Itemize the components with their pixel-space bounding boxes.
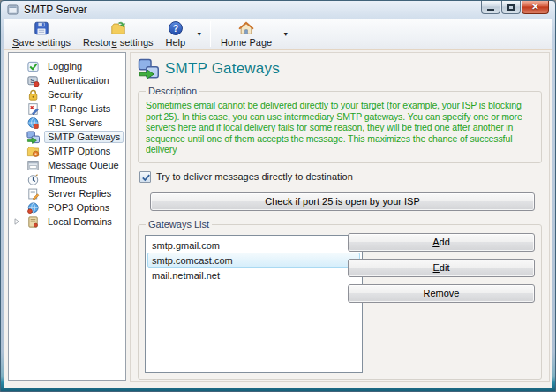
sidebar-item-label: RBL Servers	[44, 117, 106, 129]
sidebar-item-smtp-options[interactable]: SMTP Options	[9, 144, 125, 158]
sidebar-item-label: Logging	[44, 60, 86, 72]
restore-settings-label: Restore settings	[83, 37, 154, 48]
description-label: Description	[146, 86, 199, 96]
sidebar-item-label: Server Replies	[44, 187, 115, 200]
remove-button[interactable]: Remove	[348, 284, 535, 303]
description-text: Sometimes email cannot be delivered dire…	[146, 100, 534, 155]
home-icon	[237, 20, 255, 36]
app-icon	[7, 4, 19, 16]
save-icon	[33, 20, 50, 36]
sidebar-item-local-domains[interactable]: Local Domains	[9, 215, 125, 229]
gateway-list-item[interactable]: mail.netmail.net	[147, 268, 360, 283]
checkmark-icon	[141, 173, 151, 183]
minimize-button[interactable]	[481, 1, 500, 14]
sidebar-item-authentication[interactable]: S Authentication	[9, 73, 125, 87]
sidebar-item-message-queue[interactable]: Message Queue	[9, 158, 125, 172]
window-title: SMTP Server	[24, 4, 87, 16]
deliver-directly-label: Try to deliver messages directly to dest…	[156, 171, 353, 182]
sidebar-item-label: Local Domains	[44, 215, 116, 228]
home-page-label: Home Page	[221, 37, 272, 48]
gateway-list-item-selected[interactable]: smtp.comcast.com	[147, 253, 360, 268]
sidebar-item-rbl-servers[interactable]: RBL Servers	[9, 116, 125, 130]
authentication-icon: S	[26, 74, 40, 87]
maximize-button[interactable]	[501, 1, 521, 14]
gateways-list-label: Gateways List	[146, 219, 212, 230]
gateways-listbox[interactable]: smtp.gmail.com smtp.comcast.com mail.net…	[145, 235, 363, 373]
smtp-gateways-icon	[26, 131, 40, 144]
save-settings-button[interactable]: Save settings	[6, 19, 77, 49]
toolbar-separator	[210, 21, 211, 47]
description-groupbox: Description Sometimes email cannot be de…	[138, 91, 542, 163]
title-bar[interactable]: SMTP Server ✕	[1, 1, 555, 19]
sidebar-nav: Logging S Authentication Security	[8, 52, 126, 381]
svg-text:?: ?	[173, 24, 178, 34]
gateway-buttons: Add Edit Remove	[348, 233, 535, 303]
server-replies-icon	[26, 187, 40, 200]
help-icon: ?	[167, 20, 184, 36]
smtp-gateways-header-icon	[138, 58, 159, 79]
message-queue-icon	[26, 159, 40, 172]
check-port-button[interactable]: Check if port 25 is open by your ISP	[150, 192, 535, 211]
sidebar-item-server-replies[interactable]: Server Replies	[9, 186, 125, 200]
sidebar-item-label: Security	[44, 88, 86, 101]
page-header: SMTP Gateways	[136, 53, 544, 82]
sidebar-item-label: Authentication	[44, 74, 113, 87]
minimize-icon	[487, 9, 494, 11]
chevron-down-icon: ▼	[282, 31, 289, 37]
add-button[interactable]: Add	[348, 233, 535, 252]
sidebar-item-smtp-gateways[interactable]: SMTP Gateways	[9, 130, 125, 144]
timeouts-clock-icon	[26, 173, 40, 186]
restore-icon	[109, 20, 127, 36]
restore-settings-button[interactable]: Restore settings	[77, 19, 160, 49]
home-page-button[interactable]: Home Page	[214, 19, 278, 49]
pop3-options-icon	[26, 201, 40, 215]
logging-icon	[26, 60, 40, 73]
rbl-servers-icon	[26, 117, 40, 130]
sidebar-item-label: POP3 Options	[44, 201, 113, 214]
security-lock-icon	[26, 88, 40, 102]
chevron-down-icon: ▼	[196, 31, 202, 37]
sidebar-item-label: SMTP Gateways	[44, 131, 124, 143]
help-button[interactable]: ? Help	[160, 19, 192, 49]
maximize-icon	[507, 4, 515, 11]
sidebar-item-logging[interactable]: Logging	[9, 59, 125, 73]
deliver-directly-row: Try to deliver messages directly to dest…	[139, 171, 544, 183]
help-label: Help	[166, 37, 186, 48]
sidebar-item-ip-range-lists[interactable]: IP Range Lists	[9, 102, 125, 116]
save-settings-label: Save settings	[12, 37, 71, 48]
sidebar-item-pop3-options[interactable]: POP3 Options	[9, 200, 125, 215]
deliver-directly-checkbox[interactable]	[139, 171, 151, 183]
gateways-groupbox: Gateways List smtp.gmail.com smtp.comcas…	[138, 224, 542, 381]
client-area: Save settings Restore settings ? Help	[4, 19, 552, 388]
ip-range-lists-icon	[26, 102, 40, 116]
close-icon: ✕	[531, 3, 538, 11]
help-dropdown[interactable]: ▼	[192, 19, 207, 49]
sidebar-item-label: IP Range Lists	[44, 102, 114, 115]
close-button[interactable]: ✕	[522, 1, 549, 14]
toolbar: Save settings Restore settings ? Help	[4, 19, 552, 50]
smtp-server-window: SMTP Server ✕ Save settings	[0, 0, 556, 392]
sidebar-item-label: Message Queue	[44, 159, 123, 171]
content-panel: SMTP Gateways Description Sometimes emai…	[130, 52, 550, 382]
gateway-list-item[interactable]: smtp.gmail.com	[147, 237, 360, 253]
edit-button[interactable]: Edit	[348, 259, 535, 277]
local-domains-icon	[26, 215, 40, 229]
smtp-options-icon	[26, 145, 40, 158]
sidebar-item-label: SMTP Options	[44, 145, 114, 157]
home-page-dropdown[interactable]: ▼	[278, 19, 293, 49]
page-title: SMTP Gateways	[165, 60, 280, 78]
sidebar-item-label: Timeouts	[44, 173, 91, 185]
sidebar-item-security[interactable]: Security	[9, 87, 125, 102]
sidebar-item-timeouts[interactable]: Timeouts	[9, 172, 125, 186]
window-controls: ✕	[481, 1, 549, 14]
expand-arrow-icon[interactable]	[13, 218, 20, 225]
